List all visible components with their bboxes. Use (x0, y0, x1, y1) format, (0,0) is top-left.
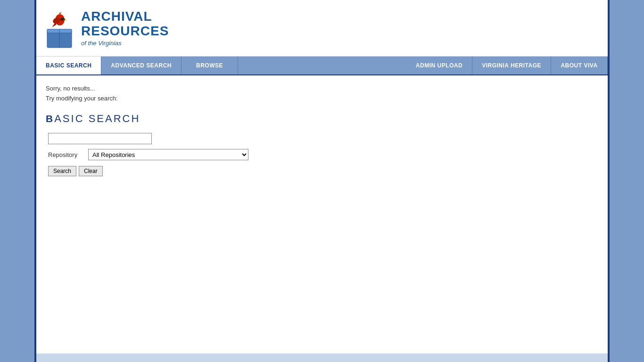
search-button[interactable]: Search (48, 166, 76, 176)
nav-basic-search[interactable]: BASIC SEARCH (36, 57, 101, 74)
logo-title-line1: ARCHIVAL (81, 9, 169, 24)
nav-admin-upload[interactable]: ADMIN UPLOAD (406, 57, 472, 74)
logo-text: ARCHIVAL RESOURCES of the Virginias (81, 9, 169, 47)
nav-browse[interactable]: BROWSE (182, 57, 238, 74)
nav-about-viva[interactable]: ABOUT VIVA (551, 57, 608, 74)
search-input[interactable] (48, 133, 152, 144)
repository-row: Repository All Repositories Albert and S… (48, 149, 598, 160)
repository-select[interactable]: All Repositories Albert and Shirley Smal… (88, 149, 248, 160)
nav-virginia-heritage[interactable]: VIRGINIA HERITAGE (472, 57, 551, 74)
logo-icon (43, 9, 76, 47)
repository-label: Repository (48, 151, 83, 158)
nav-advanced-search[interactable]: ADVANCED SEARCH (101, 57, 182, 74)
heading-rest: ASIC SEARCH (54, 113, 140, 124)
main-content: Sorry, no results... Try modifying your … (36, 75, 608, 354)
nav-bar: BASIC SEARCH ADVANCED SEARCH BROWSE ADMI… (36, 57, 608, 75)
logo-area: ARCHIVAL RESOURCES of the Virginias (43, 9, 169, 47)
basic-search-heading: BASIC SEARCH (46, 109, 598, 125)
logo-title-line2: RESOURCES (81, 24, 169, 39)
button-row: Search Clear (48, 166, 598, 176)
clear-button[interactable]: Clear (79, 166, 103, 176)
try-modify-message: Try modifying your search: (46, 95, 598, 102)
search-form: Repository All Repositories Albert and S… (46, 133, 598, 176)
outer-wrapper: ARCHIVAL RESOURCES of the Virginias BASI… (34, 0, 610, 362)
header: ARCHIVAL RESOURCES of the Virginias (36, 0, 608, 57)
svg-point-11 (60, 18, 65, 21)
logo-subtitle: of the Virginias (81, 40, 169, 47)
nav-spacer (238, 57, 406, 74)
heading-first-letter: B (46, 109, 54, 125)
no-results-message: Sorry, no results... (46, 85, 598, 92)
